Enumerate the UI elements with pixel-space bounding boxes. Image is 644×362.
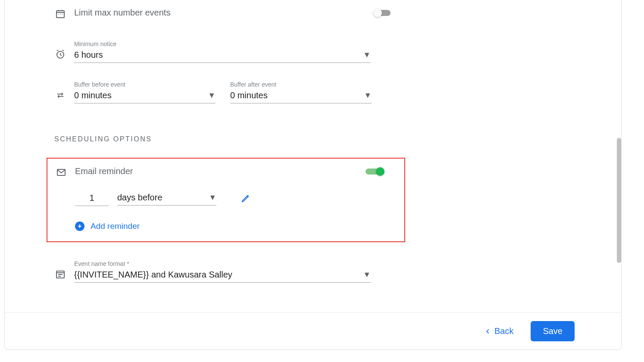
alarm-icon [54, 49, 66, 63]
svg-point-6 [62, 14, 63, 15]
pencil-icon [241, 193, 250, 203]
scroll-area: Limit max number events [5, 0, 621, 312]
swap-icon [54, 90, 66, 103]
scrollbar-thumb[interactable] [617, 138, 621, 263]
settings-panel: Limit max number events [4, 0, 622, 350]
buffer-after-label: Buffer after event [230, 81, 372, 88]
minimum-notice-label: Minimum notice [74, 41, 371, 47]
save-button[interactable]: Save [531, 321, 575, 341]
reminder-config-row: days before ▼ [55, 190, 397, 206]
buffer-before-label: Buffer before event [74, 81, 216, 88]
back-button[interactable]: Back [485, 326, 513, 336]
buffer-after-value: 0 minutes [230, 90, 268, 100]
buffer-before-value: 0 minutes [74, 90, 112, 100]
add-reminder-button[interactable]: + Add reminder [55, 222, 397, 231]
svg-line-9 [60, 55, 62, 56]
footer-bar: Back Save [5, 312, 621, 350]
back-label: Back [494, 326, 513, 336]
caret-down-icon: ▼ [364, 91, 372, 100]
caret-down-icon: ▼ [363, 270, 371, 279]
email-reminder-label: Email reminder [75, 166, 133, 176]
event-name-format-label: Event name format * [74, 260, 371, 267]
reminder-unit-select[interactable]: days before ▼ [117, 191, 216, 206]
reminder-unit-value: days before [117, 193, 163, 203]
scheduling-options-heading: SCHEDULING OPTIONS [54, 135, 621, 143]
svg-line-15 [247, 196, 248, 197]
caret-down-icon: ▼ [208, 91, 216, 100]
plus-circle-icon: + [75, 222, 84, 231]
minimum-notice-select[interactable]: 6 hours ▼ [74, 48, 371, 63]
buffer-after-select[interactable]: 0 minutes ▼ [230, 89, 372, 103]
mail-icon [55, 166, 67, 178]
add-reminder-label: Add reminder [91, 222, 140, 231]
caret-down-icon: ▼ [209, 193, 216, 202]
svg-line-10 [57, 50, 58, 51]
event-name-format-select[interactable]: {{INVITEE_NAME}} and Kawusara Salley ▼ [74, 268, 371, 283]
calendar-icon [54, 8, 66, 19]
buffer-before-select[interactable]: 0 minutes ▼ [74, 89, 216, 103]
edit-reminder-button[interactable] [238, 190, 253, 206]
chevron-left-icon [485, 328, 491, 334]
limit-max-events-row: Limit max number events [54, 8, 621, 19]
limit-max-events-label: Limit max number events [74, 8, 170, 18]
minimum-notice-value: 6 hours [74, 50, 103, 60]
reminder-amount-input[interactable] [75, 190, 109, 206]
event-icon [54, 269, 66, 283]
svg-line-11 [63, 50, 64, 51]
svg-point-4 [58, 14, 59, 15]
event-name-format-value: {{INVITEE_NAME}} and Kawusara Salley [74, 270, 232, 280]
email-reminder-highlight: Email reminder days before ▼ [47, 158, 405, 242]
email-reminder-toggle[interactable] [366, 167, 385, 176]
limit-max-events-toggle[interactable] [373, 9, 393, 17]
svg-point-5 [60, 14, 61, 15]
caret-down-icon: ▼ [363, 50, 371, 59]
